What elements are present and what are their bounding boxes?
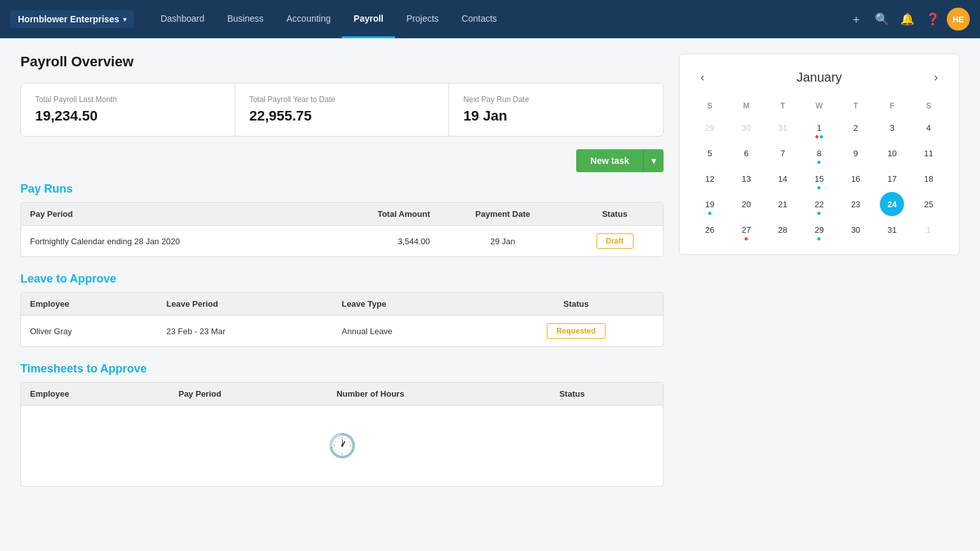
- calendar-day-number: 23: [851, 200, 860, 209]
- nav-projects[interactable]: Projects: [395, 0, 450, 38]
- calendar-day[interactable]: 28: [771, 217, 795, 242]
- calendar-day[interactable]: 23: [843, 192, 868, 216]
- calendar-day[interactable]: 30: [734, 115, 759, 140]
- page-title: Payroll Overview: [20, 54, 664, 70]
- calendar-day[interactable]: 18: [916, 166, 940, 191]
- stat-next-run-label: Next Pay Run Date: [463, 95, 649, 104]
- calendar-header: ‹ January ›: [692, 67, 946, 87]
- calendar-day[interactable]: 3: [880, 115, 904, 140]
- leave-col-employee: Employee: [21, 293, 158, 316]
- calendar-day[interactable]: 31: [880, 217, 904, 242]
- calendar-day[interactable]: 6: [734, 141, 759, 165]
- calendar-day-number: 27: [741, 226, 750, 234]
- new-task-button[interactable]: New task ▾: [576, 149, 664, 172]
- blue-dot: [817, 212, 820, 215]
- leave-col-status: Status: [489, 293, 663, 316]
- calendar-day[interactable]: 21: [771, 192, 795, 216]
- ts-col-period: Pay Period: [170, 383, 328, 406]
- calendar-day[interactable]: 31: [771, 115, 795, 140]
- status-badge[interactable]: Draft: [597, 233, 634, 249]
- calendar-day[interactable]: 13: [734, 166, 759, 191]
- calendar-day[interactable]: 27: [734, 217, 759, 242]
- search-button[interactable]: 🔍: [870, 8, 893, 31]
- stat-next-run: Next Pay Run Date 19 Jan: [449, 84, 663, 136]
- employee-cell: Oliver Gray: [21, 316, 158, 347]
- add-button[interactable]: ＋: [845, 8, 868, 31]
- table-row[interactable]: Fortnightly Calendar ending 28 Jan 2020 …: [21, 226, 663, 257]
- calendar-day-number: 17: [887, 175, 896, 183]
- calendar-next-button[interactable]: ›: [926, 67, 946, 87]
- clock-icon: 🕐: [328, 432, 357, 459]
- calendar-month: January: [796, 70, 842, 85]
- calendar-day[interactable]: 20: [734, 192, 759, 216]
- calendar-day[interactable]: 29: [807, 217, 831, 242]
- calendar-day-header: S: [692, 98, 727, 114]
- calendar-day[interactable]: 10: [880, 141, 904, 165]
- calendar-day[interactable]: 8: [807, 141, 831, 165]
- calendar-day[interactable]: 16: [843, 166, 868, 191]
- empty-timesheets: 🕐: [30, 413, 654, 478]
- calendar-day[interactable]: 30: [843, 217, 868, 242]
- nav-accounting[interactable]: Accounting: [275, 0, 342, 38]
- calendar-prev-button[interactable]: ‹: [692, 67, 713, 87]
- nav-business[interactable]: Business: [216, 0, 275, 38]
- calendar-day[interactable]: 5: [698, 141, 722, 165]
- blue-dot: [708, 212, 711, 215]
- calendar-day-number: 7: [780, 149, 785, 158]
- brand-logo[interactable]: Hornblower Enterprises ▾: [10, 10, 134, 28]
- calendar-grid: SMTWTFS293031123456789101112131415161718…: [692, 98, 946, 242]
- calendar-day-number: 2: [854, 124, 858, 132]
- nav-contacts[interactable]: Contacts: [450, 0, 509, 38]
- leave-table: Employee Leave Period Leave Type Status …: [21, 293, 663, 346]
- calendar-day-number: 30: [851, 226, 860, 234]
- calendar-day[interactable]: 7: [771, 141, 795, 165]
- help-button[interactable]: ❓: [921, 8, 944, 31]
- brand-label: Hornblower Enterprises: [18, 14, 119, 24]
- total-amount-cell: 3,544.00: [315, 226, 439, 257]
- calendar-day[interactable]: 14: [771, 166, 795, 191]
- pay-period-cell: Fortnightly Calendar ending 28 Jan 2020: [21, 226, 315, 257]
- calendar-dots: [708, 212, 711, 215]
- stats-cards: Total Payroll Last Month 19,234.50 Total…: [20, 83, 664, 136]
- calendar-day[interactable]: 12: [698, 166, 722, 191]
- brand-chevron: ▾: [123, 16, 126, 23]
- calendar-day[interactable]: 24: [880, 192, 904, 216]
- nav-actions: ＋ 🔍 🔔 ❓ HE: [845, 8, 970, 31]
- calendar-day[interactable]: 26: [698, 217, 722, 242]
- calendar-day[interactable]: 11: [916, 141, 940, 165]
- timesheets-table: Employee Pay Period Number of Hours Stat…: [21, 383, 663, 486]
- status-badge[interactable]: Requested: [547, 323, 605, 339]
- calendar-day-number: 15: [815, 175, 824, 183]
- calendar-day[interactable]: 29: [698, 115, 722, 140]
- right-panel: ‹ January › SMTWTFS293031123456789101112…: [679, 54, 960, 502]
- stat-next-run-value: 19 Jan: [463, 108, 649, 124]
- calendar-day-header: T: [765, 98, 800, 114]
- calendar-day-header: M: [729, 98, 764, 114]
- pay-runs-title: Pay Runs: [20, 182, 664, 196]
- calendar-day[interactable]: 1: [916, 217, 940, 242]
- pay-runs-col-date: Payment Date: [439, 203, 567, 226]
- calendar-day[interactable]: 15: [807, 166, 831, 191]
- table-row[interactable]: Oliver Gray 23 Feb - 23 Mar Annual Leave…: [21, 316, 663, 347]
- nav-dashboard[interactable]: Dashboard: [149, 0, 216, 38]
- avatar[interactable]: HE: [947, 8, 970, 31]
- blue-dot: [817, 161, 820, 164]
- calendar-day-number: 13: [741, 175, 750, 183]
- calendar-day[interactable]: 25: [916, 192, 940, 216]
- calendar-day[interactable]: 22: [807, 192, 831, 216]
- nav-payroll[interactable]: Payroll: [342, 0, 395, 38]
- navbar: Hornblower Enterprises ▾ Dashboard Busin…: [0, 0, 980, 38]
- calendar-day[interactable]: 9: [843, 141, 868, 165]
- calendar-day[interactable]: 19: [698, 192, 722, 216]
- calendar-day[interactable]: 17: [880, 166, 904, 191]
- calendar-day-number: 9: [854, 149, 858, 158]
- calendar-day[interactable]: 4: [916, 115, 940, 140]
- notifications-button[interactable]: 🔔: [896, 8, 919, 31]
- pay-runs-col-status: Status: [567, 203, 663, 226]
- calendar-day-number: 31: [778, 124, 787, 132]
- calendar-day[interactable]: 1: [807, 115, 831, 140]
- calendar-day-number: 4: [926, 124, 931, 132]
- calendar-day-number: 11: [924, 149, 933, 158]
- calendar-day[interactable]: 2: [843, 115, 868, 140]
- leave-status-cell: Requested: [489, 316, 663, 347]
